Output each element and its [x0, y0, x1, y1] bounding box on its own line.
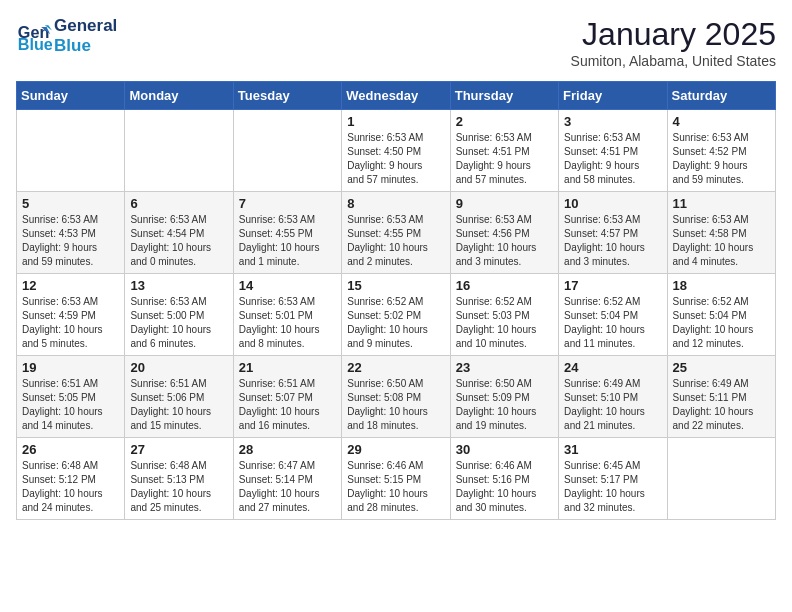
calendar-cell [667, 438, 775, 520]
day-number: 4 [673, 114, 770, 129]
month-title: January 2025 [571, 16, 776, 53]
day-info: Sunrise: 6:53 AM Sunset: 4:55 PM Dayligh… [239, 213, 336, 269]
day-info: Sunrise: 6:51 AM Sunset: 5:06 PM Dayligh… [130, 377, 227, 433]
day-number: 18 [673, 278, 770, 293]
day-number: 19 [22, 360, 119, 375]
day-info: Sunrise: 6:53 AM Sunset: 4:56 PM Dayligh… [456, 213, 553, 269]
calendar-cell: 21Sunrise: 6:51 AM Sunset: 5:07 PM Dayli… [233, 356, 341, 438]
day-number: 8 [347, 196, 444, 211]
calendar-cell: 23Sunrise: 6:50 AM Sunset: 5:09 PM Dayli… [450, 356, 558, 438]
weekday-header-monday: Monday [125, 82, 233, 110]
weekday-header-thursday: Thursday [450, 82, 558, 110]
calendar-cell: 8Sunrise: 6:53 AM Sunset: 4:55 PM Daylig… [342, 192, 450, 274]
calendar-cell: 26Sunrise: 6:48 AM Sunset: 5:12 PM Dayli… [17, 438, 125, 520]
day-info: Sunrise: 6:50 AM Sunset: 5:08 PM Dayligh… [347, 377, 444, 433]
day-info: Sunrise: 6:52 AM Sunset: 5:02 PM Dayligh… [347, 295, 444, 351]
weekday-header-sunday: Sunday [17, 82, 125, 110]
day-info: Sunrise: 6:53 AM Sunset: 4:50 PM Dayligh… [347, 131, 444, 187]
day-info: Sunrise: 6:53 AM Sunset: 4:57 PM Dayligh… [564, 213, 661, 269]
calendar-cell: 29Sunrise: 6:46 AM Sunset: 5:15 PM Dayli… [342, 438, 450, 520]
day-info: Sunrise: 6:53 AM Sunset: 4:51 PM Dayligh… [456, 131, 553, 187]
calendar-cell: 9Sunrise: 6:53 AM Sunset: 4:56 PM Daylig… [450, 192, 558, 274]
calendar-cell: 11Sunrise: 6:53 AM Sunset: 4:58 PM Dayli… [667, 192, 775, 274]
calendar-cell: 18Sunrise: 6:52 AM Sunset: 5:04 PM Dayli… [667, 274, 775, 356]
calendar-cell: 5Sunrise: 6:53 AM Sunset: 4:53 PM Daylig… [17, 192, 125, 274]
day-info: Sunrise: 6:49 AM Sunset: 5:10 PM Dayligh… [564, 377, 661, 433]
location-subtitle: Sumiton, Alabama, United States [571, 53, 776, 69]
page-header: Gen Blue General Blue January 2025 Sumit… [16, 16, 776, 69]
calendar-cell: 24Sunrise: 6:49 AM Sunset: 5:10 PM Dayli… [559, 356, 667, 438]
weekday-header-tuesday: Tuesday [233, 82, 341, 110]
calendar-cell: 17Sunrise: 6:52 AM Sunset: 5:04 PM Dayli… [559, 274, 667, 356]
day-info: Sunrise: 6:53 AM Sunset: 4:54 PM Dayligh… [130, 213, 227, 269]
calendar-table: SundayMondayTuesdayWednesdayThursdayFrid… [16, 81, 776, 520]
calendar-week-5: 26Sunrise: 6:48 AM Sunset: 5:12 PM Dayli… [17, 438, 776, 520]
day-info: Sunrise: 6:52 AM Sunset: 5:04 PM Dayligh… [564, 295, 661, 351]
day-info: Sunrise: 6:52 AM Sunset: 5:03 PM Dayligh… [456, 295, 553, 351]
calendar-cell: 30Sunrise: 6:46 AM Sunset: 5:16 PM Dayli… [450, 438, 558, 520]
calendar-cell: 13Sunrise: 6:53 AM Sunset: 5:00 PM Dayli… [125, 274, 233, 356]
day-number: 21 [239, 360, 336, 375]
calendar-cell: 28Sunrise: 6:47 AM Sunset: 5:14 PM Dayli… [233, 438, 341, 520]
calendar-cell: 3Sunrise: 6:53 AM Sunset: 4:51 PM Daylig… [559, 110, 667, 192]
day-number: 5 [22, 196, 119, 211]
day-number: 12 [22, 278, 119, 293]
day-number: 17 [564, 278, 661, 293]
day-number: 31 [564, 442, 661, 457]
calendar-cell: 14Sunrise: 6:53 AM Sunset: 5:01 PM Dayli… [233, 274, 341, 356]
day-info: Sunrise: 6:53 AM Sunset: 4:55 PM Dayligh… [347, 213, 444, 269]
calendar-cell: 2Sunrise: 6:53 AM Sunset: 4:51 PM Daylig… [450, 110, 558, 192]
day-number: 22 [347, 360, 444, 375]
calendar-week-3: 12Sunrise: 6:53 AM Sunset: 4:59 PM Dayli… [17, 274, 776, 356]
calendar-cell [233, 110, 341, 192]
calendar-week-1: 1Sunrise: 6:53 AM Sunset: 4:50 PM Daylig… [17, 110, 776, 192]
calendar-cell: 7Sunrise: 6:53 AM Sunset: 4:55 PM Daylig… [233, 192, 341, 274]
day-number: 28 [239, 442, 336, 457]
calendar-cell: 10Sunrise: 6:53 AM Sunset: 4:57 PM Dayli… [559, 192, 667, 274]
day-number: 6 [130, 196, 227, 211]
day-number: 29 [347, 442, 444, 457]
day-info: Sunrise: 6:48 AM Sunset: 5:13 PM Dayligh… [130, 459, 227, 515]
day-number: 15 [347, 278, 444, 293]
calendar-cell [125, 110, 233, 192]
calendar-cell: 22Sunrise: 6:50 AM Sunset: 5:08 PM Dayli… [342, 356, 450, 438]
day-info: Sunrise: 6:50 AM Sunset: 5:09 PM Dayligh… [456, 377, 553, 433]
day-info: Sunrise: 6:46 AM Sunset: 5:16 PM Dayligh… [456, 459, 553, 515]
day-info: Sunrise: 6:53 AM Sunset: 4:53 PM Dayligh… [22, 213, 119, 269]
calendar-cell: 20Sunrise: 6:51 AM Sunset: 5:06 PM Dayli… [125, 356, 233, 438]
weekday-header-wednesday: Wednesday [342, 82, 450, 110]
weekday-header-row: SundayMondayTuesdayWednesdayThursdayFrid… [17, 82, 776, 110]
svg-text:Blue: Blue [18, 36, 52, 54]
day-number: 20 [130, 360, 227, 375]
calendar-week-2: 5Sunrise: 6:53 AM Sunset: 4:53 PM Daylig… [17, 192, 776, 274]
calendar-cell: 25Sunrise: 6:49 AM Sunset: 5:11 PM Dayli… [667, 356, 775, 438]
calendar-cell: 27Sunrise: 6:48 AM Sunset: 5:13 PM Dayli… [125, 438, 233, 520]
day-info: Sunrise: 6:51 AM Sunset: 5:07 PM Dayligh… [239, 377, 336, 433]
day-info: Sunrise: 6:45 AM Sunset: 5:17 PM Dayligh… [564, 459, 661, 515]
day-number: 25 [673, 360, 770, 375]
weekday-header-friday: Friday [559, 82, 667, 110]
title-block: January 2025 Sumiton, Alabama, United St… [571, 16, 776, 69]
day-number: 10 [564, 196, 661, 211]
calendar-cell: 16Sunrise: 6:52 AM Sunset: 5:03 PM Dayli… [450, 274, 558, 356]
day-info: Sunrise: 6:52 AM Sunset: 5:04 PM Dayligh… [673, 295, 770, 351]
day-number: 16 [456, 278, 553, 293]
day-number: 7 [239, 196, 336, 211]
day-number: 23 [456, 360, 553, 375]
day-info: Sunrise: 6:51 AM Sunset: 5:05 PM Dayligh… [22, 377, 119, 433]
day-info: Sunrise: 6:53 AM Sunset: 4:58 PM Dayligh… [673, 213, 770, 269]
day-number: 3 [564, 114, 661, 129]
calendar-cell: 4Sunrise: 6:53 AM Sunset: 4:52 PM Daylig… [667, 110, 775, 192]
day-number: 24 [564, 360, 661, 375]
day-info: Sunrise: 6:53 AM Sunset: 5:00 PM Dayligh… [130, 295, 227, 351]
day-number: 1 [347, 114, 444, 129]
day-info: Sunrise: 6:48 AM Sunset: 5:12 PM Dayligh… [22, 459, 119, 515]
day-info: Sunrise: 6:53 AM Sunset: 4:51 PM Dayligh… [564, 131, 661, 187]
day-number: 27 [130, 442, 227, 457]
day-info: Sunrise: 6:53 AM Sunset: 4:59 PM Dayligh… [22, 295, 119, 351]
day-info: Sunrise: 6:46 AM Sunset: 5:15 PM Dayligh… [347, 459, 444, 515]
calendar-cell: 15Sunrise: 6:52 AM Sunset: 5:02 PM Dayli… [342, 274, 450, 356]
calendar-cell: 12Sunrise: 6:53 AM Sunset: 4:59 PM Dayli… [17, 274, 125, 356]
calendar-cell: 19Sunrise: 6:51 AM Sunset: 5:05 PM Dayli… [17, 356, 125, 438]
calendar-cell: 31Sunrise: 6:45 AM Sunset: 5:17 PM Dayli… [559, 438, 667, 520]
